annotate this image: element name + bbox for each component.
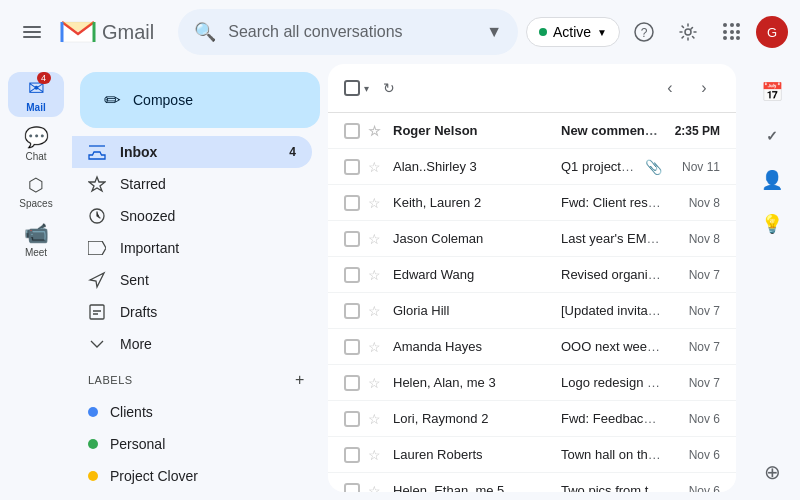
email-date-5: Nov 7	[670, 304, 720, 318]
email-subject-10: Two pics from the conference	[561, 483, 662, 492]
more-label: More	[120, 336, 296, 352]
email-date-1: Nov 11	[670, 160, 720, 174]
email-row[interactable]: ☆ Lori, Raymond 2 Fwd: Feedback on the n…	[328, 401, 736, 437]
email-star-0[interactable]: ☆	[368, 123, 381, 139]
email-checkbox-9[interactable]	[344, 447, 360, 463]
email-date-7: Nov 7	[670, 376, 720, 390]
email-checkbox-8[interactable]	[344, 411, 360, 427]
keep-panel-button[interactable]: 💡	[752, 204, 792, 244]
email-subject-0: New comments on MCR2020 draft presentati…	[561, 123, 662, 138]
email-star-9[interactable]: ☆	[368, 447, 381, 463]
nav-chat-item[interactable]: 💬 Chat	[8, 121, 64, 166]
prev-page-button[interactable]: ‹	[654, 72, 686, 104]
email-row[interactable]: ☆ Lauren Roberts Town hall on the upcomi…	[328, 437, 736, 473]
email-checkbox-4[interactable]	[344, 267, 360, 283]
starred-icon	[88, 175, 108, 193]
nav-mail-item[interactable]: ✉ 4 Mail	[8, 72, 64, 117]
svg-rect-9	[90, 305, 104, 319]
label-item-project-clover[interactable]: Project Clover	[72, 460, 312, 492]
email-row[interactable]: ☆ Keith, Lauren 2 Fwd: Client resources …	[328, 185, 736, 221]
email-star-3[interactable]: ☆	[368, 231, 381, 247]
active-status-button[interactable]: Active ▼	[526, 17, 620, 47]
email-star-5[interactable]: ☆	[368, 303, 381, 319]
more-icon	[88, 335, 108, 353]
email-checkbox-5[interactable]	[344, 303, 360, 319]
nav-item-inbox[interactable]: Inbox 4	[72, 136, 312, 168]
email-row[interactable]: ☆ Edward Wang Revised organic search num…	[328, 257, 736, 293]
email-star-4[interactable]: ☆	[368, 267, 381, 283]
label-item-project-dot[interactable]: Project Dot	[72, 492, 312, 500]
email-star-7[interactable]: ☆	[368, 375, 381, 391]
refresh-button[interactable]: ↻	[373, 72, 405, 104]
email-row[interactable]: ☆ Jason Coleman Last year's EMEA strateg…	[328, 221, 736, 257]
active-dropdown-icon: ▼	[597, 27, 607, 38]
settings-button[interactable]	[668, 12, 708, 52]
email-row[interactable]: ☆ Helen, Alan, me 3 Logo redesign ideas …	[328, 365, 736, 401]
apps-button[interactable]	[712, 12, 752, 52]
email-subject-snippet-0: New comments on MCR2020 draft presentati…	[561, 123, 662, 138]
email-star-6[interactable]: ☆	[368, 339, 381, 355]
nav-item-sent[interactable]: Sent	[72, 264, 312, 296]
chat-label: Chat	[25, 151, 46, 162]
nav-item-important[interactable]: Important	[72, 232, 312, 264]
apps-grid-icon	[723, 23, 741, 41]
nav-item-starred[interactable]: Starred	[72, 168, 312, 200]
calendar-panel-button[interactable]: 📅	[752, 72, 792, 112]
email-checkbox-7[interactable]	[344, 375, 360, 391]
help-button[interactable]: ?	[624, 12, 664, 52]
search-bar[interactable]: 🔍 ▼	[178, 9, 518, 55]
email-checkbox-3[interactable]	[344, 231, 360, 247]
email-subject-6: OOO next week	[561, 339, 660, 354]
contacts-panel-button[interactable]: 👤	[752, 160, 792, 200]
email-checkbox-2[interactable]	[344, 195, 360, 211]
select-all-checkbox[interactable]: ▾	[344, 80, 369, 96]
label-name-personal: Personal	[110, 436, 296, 452]
select-dropdown-arrow[interactable]: ▾	[364, 83, 369, 94]
nav-item-drafts[interactable]: Drafts	[72, 296, 312, 328]
labels-header-text: LABELS	[88, 374, 133, 386]
email-subject-snippet-10: Two pics from the conference — Look at t…	[561, 483, 662, 492]
svg-text:?: ?	[641, 26, 648, 40]
tasks-panel-button[interactable]: ✓	[752, 116, 792, 156]
email-star-2[interactable]: ☆	[368, 195, 381, 211]
email-sender-5: Gloria Hill	[393, 303, 553, 318]
hamburger-button[interactable]	[12, 12, 52, 52]
email-row[interactable]: ☆ Alan..Shirley 3 Q1 project wrap-up — H…	[328, 149, 736, 185]
nav-spaces-item[interactable]: ⬡ Spaces	[8, 170, 64, 213]
email-row[interactable]: ☆ Roger Nelson New comments on MCR2020 d…	[328, 113, 736, 149]
email-sender-6: Amanda Hayes	[393, 339, 553, 354]
nav-item-snoozed[interactable]: Snoozed	[72, 200, 312, 232]
label-dot-project-clover	[88, 471, 98, 481]
add-panel-button[interactable]: ⊕	[752, 452, 792, 492]
email-list: ☆ Roger Nelson New comments on MCR2020 d…	[328, 113, 736, 492]
label-item-clients[interactable]: Clients	[72, 396, 312, 428]
next-page-button[interactable]: ›	[688, 72, 720, 104]
add-label-button[interactable]: +	[288, 368, 312, 392]
email-row[interactable]: ☆ Amanda Hayes OOO next week — Hey, just…	[328, 329, 736, 365]
nav-meet-item[interactable]: 📹 Meet	[8, 217, 64, 262]
checkbox-all[interactable]	[344, 80, 360, 96]
compose-button[interactable]: ✏ Compose	[80, 72, 320, 128]
email-row[interactable]: ☆ Helen, Ethan, me 5 Two pics from the c…	[328, 473, 736, 492]
meet-icon: 📹	[24, 221, 49, 245]
email-row[interactable]: ☆ Gloria Hill [Updated invitation] Midwe…	[328, 293, 736, 329]
email-checkbox-6[interactable]	[344, 339, 360, 355]
user-avatar[interactable]: G	[756, 16, 788, 48]
email-star-8[interactable]: ☆	[368, 411, 381, 427]
main-layout: ✉ 4 Mail 💬 Chat ⬡ Spaces 📹 Meet ✏ C	[0, 64, 800, 500]
search-dropdown-icon[interactable]: ▼	[486, 23, 502, 41]
search-input[interactable]	[228, 23, 478, 41]
label-item-personal[interactable]: Personal	[72, 428, 312, 460]
email-toolbar: ▾ ↻ ‹ ›	[328, 64, 736, 113]
labels-list: Clients Personal Project Clover Project …	[72, 396, 328, 500]
email-checkbox-0[interactable]	[344, 123, 360, 139]
email-star-1[interactable]: ☆	[368, 159, 381, 175]
email-star-10[interactable]: ☆	[368, 483, 381, 493]
nav-item-more[interactable]: More	[72, 328, 312, 360]
email-checkbox-1[interactable]	[344, 159, 360, 175]
email-checkbox-10[interactable]	[344, 483, 360, 493]
email-sender-3: Jason Coleman	[393, 231, 553, 246]
active-label: Active	[553, 24, 591, 40]
svg-marker-8	[88, 241, 106, 255]
email-sender-8: Lori, Raymond 2	[393, 411, 553, 426]
